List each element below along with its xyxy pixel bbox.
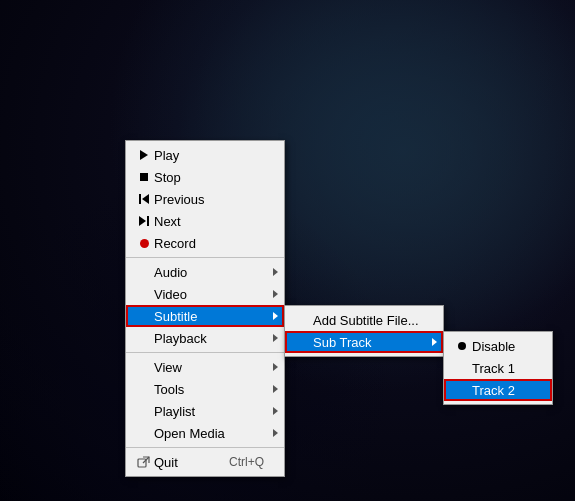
menu-item-previous[interactable]: Previous (126, 188, 284, 210)
separator-1 (126, 257, 284, 258)
menu-item-tools[interactable]: Tools (126, 378, 284, 400)
next-icon (134, 216, 154, 226)
subtitle-submenu-arrow (273, 312, 278, 320)
menu-item-playback[interactable]: Playback (126, 327, 284, 349)
menu-item-quit[interactable]: Quit Ctrl+Q (126, 451, 284, 473)
svg-rect-0 (138, 459, 146, 467)
menu-item-record-label: Record (154, 236, 264, 251)
menu-item-record[interactable]: Record (126, 232, 284, 254)
menu-item-track2[interactable]: Track 2 (444, 379, 552, 401)
menu-item-open-media-label: Open Media (154, 426, 264, 441)
menu-item-previous-label: Previous (154, 192, 264, 207)
menu-item-play[interactable]: Play (126, 144, 284, 166)
menu-item-quit-label: Quit (154, 455, 209, 470)
menu-item-view[interactable]: View (126, 356, 284, 378)
menu-item-view-label: View (154, 360, 264, 375)
disable-radio-icon (452, 342, 472, 350)
menu-item-quit-shortcut: Ctrl+Q (229, 455, 264, 469)
menu-item-subtitle-label: Subtitle (154, 309, 264, 324)
open-media-submenu-arrow (273, 429, 278, 437)
context-menu: Play Stop Previous Next Record Audio Vid… (125, 140, 285, 477)
menu-item-disable-label: Disable (472, 339, 532, 354)
menu-item-play-label: Play (154, 148, 264, 163)
video-submenu-arrow (273, 290, 278, 298)
quit-icon (134, 455, 154, 469)
record-icon (134, 239, 154, 248)
menu-item-add-subtitle-label: Add Subtitle File... (313, 313, 423, 328)
menu-item-track1-label: Track 1 (472, 361, 532, 376)
separator-3 (126, 447, 284, 448)
menu-item-sub-track[interactable]: Sub Track Disable Track 1 (285, 331, 443, 353)
subtitle-submenu: Add Subtitle File... Sub Track Disable (284, 305, 444, 357)
stop-icon (134, 173, 154, 181)
sub-track-submenu-arrow (432, 338, 437, 346)
menu-item-add-subtitle[interactable]: Add Subtitle File... (285, 309, 443, 331)
menu-item-next[interactable]: Next (126, 210, 284, 232)
menu-item-tools-label: Tools (154, 382, 264, 397)
menu-item-track1[interactable]: Track 1 (444, 357, 552, 379)
menu-item-video-label: Video (154, 287, 264, 302)
menu-item-playlist-label: Playlist (154, 404, 264, 419)
menu-item-open-media[interactable]: Open Media (126, 422, 284, 444)
sub-track-submenu: Disable Track 1 Track 2 (443, 331, 553, 405)
menu-item-track2-label: Track 2 (472, 383, 532, 398)
menu-item-stop-label: Stop (154, 170, 264, 185)
menu-item-video[interactable]: Video (126, 283, 284, 305)
playback-submenu-arrow (273, 334, 278, 342)
view-submenu-arrow (273, 363, 278, 371)
menu-item-subtitle[interactable]: Subtitle Add Subtitle File... Sub Track (126, 305, 284, 327)
menu-item-audio[interactable]: Audio (126, 261, 284, 283)
menu-item-playlist[interactable]: Playlist (126, 400, 284, 422)
menu-item-playback-label: Playback (154, 331, 264, 346)
tools-submenu-arrow (273, 385, 278, 393)
menu-item-stop[interactable]: Stop (126, 166, 284, 188)
playlist-submenu-arrow (273, 407, 278, 415)
menu-item-audio-label: Audio (154, 265, 264, 280)
separator-2 (126, 352, 284, 353)
menu-item-sub-track-label: Sub Track (313, 335, 423, 350)
previous-icon (134, 194, 154, 204)
play-icon (134, 150, 154, 160)
menu-item-next-label: Next (154, 214, 264, 229)
audio-submenu-arrow (273, 268, 278, 276)
menu-item-disable[interactable]: Disable (444, 335, 552, 357)
